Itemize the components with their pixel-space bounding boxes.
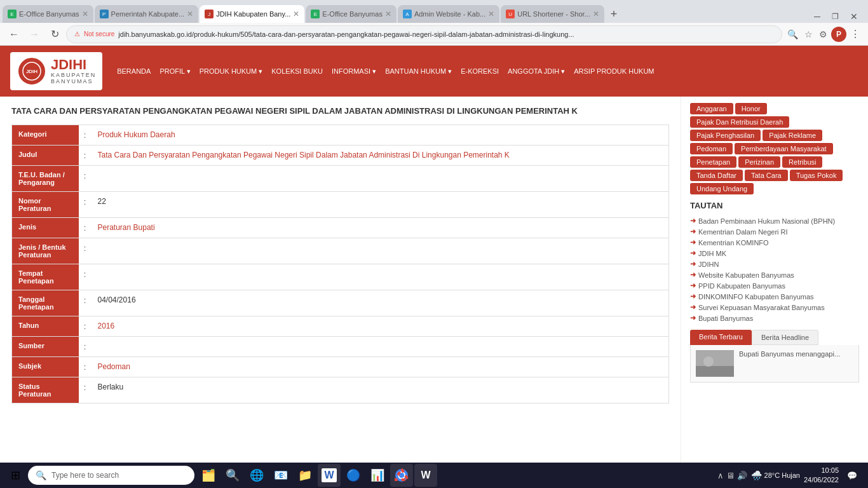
tautan-link-jdih-mk: JDIH MK — [698, 250, 726, 257]
nav-arsip[interactable]: ARSIP PRODUK HUKUM — [569, 65, 658, 78]
logo-area[interactable]: JDIH JDIHI KABUPATEN BANYUMAS — [10, 52, 102, 90]
tab-6-close[interactable]: ✕ — [593, 10, 599, 18]
nav-anggota-jdih[interactable]: ANGGOTA JDIH ▾ — [503, 65, 569, 78]
logo-banyumas: BANYUMAS — [51, 78, 96, 85]
search-icon-btn[interactable]: 🔍 — [785, 28, 801, 41]
tab-5[interactable]: A Admin Website - Kab... ✕ — [398, 5, 499, 23]
tab-2-close[interactable]: ✕ — [187, 10, 193, 18]
tag-honor[interactable]: Honor — [735, 103, 767, 114]
tab-3-close[interactable]: ✕ — [293, 10, 299, 18]
taskbar-search-bar[interactable]: 🔍 Type here to search — [28, 466, 194, 485]
taskbar-app-search[interactable]: 🔍 — [221, 464, 244, 487]
tag-tugas-pokok[interactable]: Tugas Pokok — [790, 170, 843, 181]
back-button[interactable]: ← — [5, 25, 23, 43]
taskbar-datetime[interactable]: 10:05 24/06/2022 — [804, 466, 839, 485]
list-item[interactable]: ➜ Kementrian Dalam Negeri RI — [690, 226, 859, 237]
tautan-list: ➜ Badan Pembinaan Hukum Nasional (BPHN) … — [690, 215, 859, 323]
tag-perizinan[interactable]: Perizinan — [738, 156, 780, 168]
nav-produk-hukum[interactable]: PRODUK HUKUM ▾ — [195, 65, 268, 78]
tag-pajak-reklame[interactable]: Pajak Reklame — [763, 130, 822, 141]
site-nav: BERANDA PROFIL ▾ PRODUK HUKUM ▾ KOLEKSI … — [112, 65, 658, 78]
extension-icon-btn[interactable]: ⚙ — [817, 28, 830, 41]
table-row: Jenis : Peraturan Bupati — [12, 218, 669, 238]
tab-3-active[interactable]: J JDIH Kabupaten Bany... ✕ — [200, 5, 304, 23]
menu-icon-btn[interactable]: ⋮ — [848, 27, 863, 41]
tab-1-close[interactable]: ✕ — [82, 10, 88, 18]
content-area: TATA CARA DAN PERSYARATAN PENGANGKATAN P… — [0, 97, 681, 463]
colon-subjek: : — [79, 357, 92, 377]
reload-button[interactable]: ↻ — [46, 25, 64, 43]
website: JDIH JDIHI KABUPATEN BANYUMAS BERANDA PR… — [0, 46, 868, 463]
arrow-icon: ➜ — [690, 314, 696, 322]
start-button[interactable]: ⊞ — [3, 464, 28, 487]
tautan-link-dinkominfo: DINKOMINFO Kabupaten Banyumas — [698, 293, 814, 301]
tray-volume-icon[interactable]: 🔊 — [737, 471, 747, 480]
tab-1[interactable]: E E-Office Banyumas ✕ — [3, 5, 93, 23]
list-item[interactable]: ➜ Badan Pembinaan Hukum Nasional (BPHN) — [690, 215, 859, 226]
tag-retribusi[interactable]: Retribusi — [782, 156, 822, 168]
profile-avatar[interactable]: P — [831, 27, 846, 42]
taskbar-app-excel[interactable]: 📊 — [366, 464, 389, 487]
tab-4[interactable]: E E-Office Banyumas ✕ — [306, 5, 397, 23]
bookmark-icon-btn[interactable]: ☆ — [802, 28, 815, 41]
tag-anggaran[interactable]: Anggaran — [690, 103, 733, 114]
list-item[interactable]: ➜ DINKOMINFO Kabupaten Banyumas — [690, 291, 859, 302]
taskbar-app-mail[interactable]: 📧 — [269, 464, 292, 487]
value-subjek[interactable]: Pedoman — [92, 357, 669, 377]
tab-6[interactable]: U URL Shortener - Shor... ✕ — [501, 5, 604, 23]
list-item[interactable]: ➜ PPID Kabupaten Banyumas — [690, 280, 859, 291]
list-item[interactable]: ➜ Website Kabupaten Banyumas — [690, 269, 859, 280]
value-jenis[interactable]: Peraturan Bupati — [92, 218, 669, 238]
logo-circle: JDIH — [17, 56, 47, 86]
tab-berita-terbaru[interactable]: Berita Terbaru — [690, 330, 752, 345]
taskbar-app-edge[interactable]: 🌐 — [245, 464, 268, 487]
taskbar-app-files[interactable]: 🗂️ — [197, 464, 220, 487]
table-row: Tahun : 2016 — [12, 316, 669, 337]
tab-4-close[interactable]: ✕ — [385, 10, 391, 18]
list-item[interactable]: ➜ Bupati Banyumas — [690, 313, 859, 323]
tray-network-icon[interactable]: 🖥 — [726, 471, 735, 480]
tag-penetapan[interactable]: Penetapan — [690, 156, 736, 168]
taskbar-app-word[interactable]: W — [318, 464, 341, 487]
window-close[interactable]: ✕ — [845, 10, 863, 23]
tautan-link-kemendagri: Kementrian Dalam Negeri RI — [698, 228, 788, 236]
tab-2[interactable]: P Pemerintah Kabupate... ✕ — [95, 5, 199, 23]
list-item[interactable]: ➜ Kementrian KOMINFO — [690, 237, 859, 248]
value-judul[interactable]: Tata Cara Dan Persyaratan Pengangkatan P… — [92, 146, 669, 166]
tag-tanda-daftar[interactable]: Tanda Daftar — [690, 170, 743, 181]
value-tahun[interactable]: 2016 — [92, 316, 669, 337]
nav-koleksi-buku[interactable]: KOLEKSI BUKU — [267, 65, 327, 78]
window-controls: ─ ❐ ✕ — [809, 10, 865, 23]
tag-undang-undang[interactable]: Undang Undang — [690, 183, 754, 194]
tag-pajak-penghasilan[interactable]: Pajak Penghasilan — [690, 130, 761, 141]
forward-button[interactable]: → — [25, 25, 43, 43]
list-item[interactable]: ➜ Survei Kepuasan Masyarakat Banyumas — [690, 302, 859, 313]
tag-pajak-retribusi[interactable]: Pajak Dan Retribusi Daerah — [690, 116, 789, 128]
tag-pemberdayaan[interactable]: Pemberdayaan Masyarakat — [735, 143, 833, 154]
url-text: jdih.banyumaskab.go.id/produk-hukum/505/… — [118, 30, 774, 38]
value-kategori[interactable]: Produk Hukum Daerah — [92, 125, 669, 146]
notification-button[interactable]: 💬 — [843, 466, 862, 485]
tab-berita-headline[interactable]: Berita Headline — [752, 330, 818, 345]
list-item[interactable]: ➜ JDIH MK — [690, 248, 859, 259]
weather-info[interactable]: 🌧️ 28°C Hujan — [751, 470, 800, 480]
tag-pedoman[interactable]: Pedoman — [690, 143, 733, 154]
tag-tata-cara[interactable]: Tata Cara — [745, 170, 788, 181]
taskbar-app-chrome2[interactable] — [390, 464, 413, 487]
nav-e-koreksi[interactable]: E-KOREKSI — [456, 65, 503, 78]
url-bar[interactable]: ⚠ Not secure jdih.banyumaskab.go.id/prod… — [66, 25, 782, 43]
window-minimize[interactable]: ─ — [809, 10, 825, 23]
tray-up-icon[interactable]: ∧ — [717, 471, 724, 480]
taskbar-app-chrome[interactable]: 🔵 — [342, 464, 365, 487]
window-restore[interactable]: ❐ — [827, 11, 844, 22]
nav-bantuan-hukum[interactable]: BANTUAN HUKUM ▾ — [381, 65, 456, 78]
nav-profil[interactable]: PROFIL ▾ — [155, 65, 194, 78]
list-item[interactable]: ➜ JDIHN — [690, 259, 859, 269]
nav-informasi[interactable]: INFORMASI ▾ — [327, 65, 381, 78]
label-teu: T.E.U. Badan / Pengarang — [12, 166, 79, 192]
nav-beranda[interactable]: BERANDA — [112, 65, 155, 78]
taskbar-app-explorer[interactable]: 📁 — [294, 464, 316, 487]
new-tab-button[interactable]: + — [606, 5, 623, 23]
tab-5-close[interactable]: ✕ — [488, 10, 494, 18]
taskbar-app-word2[interactable]: W — [414, 464, 437, 487]
